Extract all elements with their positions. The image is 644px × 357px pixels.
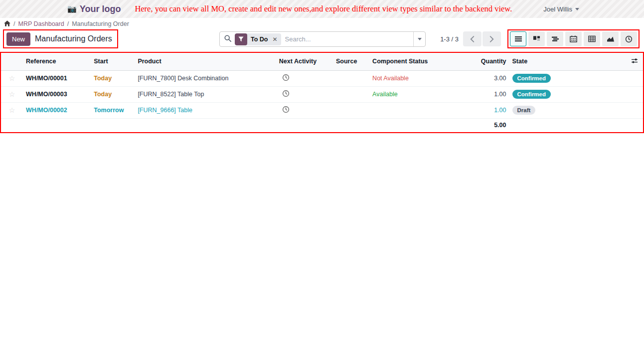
status-badge: Draft [512,106,536,115]
chevron-down-icon [418,38,422,40]
camera-icon: 📷 [67,4,77,13]
search-input[interactable] [285,35,413,43]
logo-text: Your logo [80,4,121,14]
mo-product[interactable]: [FURN_7800] Desk Combination [138,75,228,82]
control-panel: New Manufacturing Orders To Do ✕ 1-3 / 3 [0,29,644,50]
table-row[interactable]: ☆ WH/MO/00001 Today [FURN_7800] Desk Com… [1,70,643,86]
mo-start-date[interactable]: Today [94,91,112,98]
favorite-star-icon[interactable]: ☆ [9,90,15,98]
chevron-down-icon [575,8,579,10]
status-badge: Confirmed [512,90,551,99]
breadcrumb: / MRP Dashboard / Manufacturing Order [0,18,644,29]
home-icon[interactable] [4,20,10,27]
select-column-header[interactable] [1,53,23,70]
table-total-row: 5.00 [1,118,643,132]
control-right-group: 1-3 / 3 [440,29,640,48]
table-row[interactable]: ☆ WH/MO/00003 Today [FURN_8522] Table To… [1,86,643,102]
view-switch-activity[interactable] [621,31,637,46]
annotation-text: Here, you can view all MO, create and ed… [135,4,512,14]
clock-icon[interactable] [282,92,290,99]
view-switch-list[interactable] [510,31,526,46]
user-menu[interactable]: Joel Willis [543,5,579,13]
mo-quantity[interactable]: 1.00 [494,107,506,114]
table-row[interactable]: ☆ WH/MO/00002 Tomorrow [FURN_9666] Table… [1,102,643,118]
favorite-star-icon[interactable]: ☆ [9,106,15,114]
pager: 1-3 / 3 [440,31,501,46]
mo-start-date[interactable]: Tomorrow [94,107,124,114]
optional-columns-button[interactable] [626,53,643,70]
search-dropdown-toggle[interactable] [413,32,425,46]
mo-product[interactable]: [FURN_8522] Table Top [138,91,204,98]
breadcrumb-separator: / [67,20,69,27]
favorite-star-icon[interactable]: ☆ [9,74,15,82]
breadcrumb-separator: / [13,20,15,27]
view-switch-pivot[interactable] [584,31,600,46]
mo-reference[interactable]: WH/MO/00002 [26,107,67,114]
header-component-status[interactable]: Component Status [369,53,464,70]
page-title: Manufacturing Orders [35,34,112,43]
clock-icon[interactable] [282,108,290,115]
header-product[interactable]: Product [135,53,276,70]
table-annotation-box: Reference Start Product Next Activity So… [0,52,644,133]
search-bar[interactable]: To Do ✕ [219,31,426,47]
header-reference[interactable]: Reference [23,53,91,70]
breadcrumb-current: Manufacturing Order [72,20,129,27]
user-name: Joel Willis [543,5,572,13]
view-switcher-annotation-box [507,29,640,48]
header-next-activity[interactable]: Next Activity [276,53,333,70]
header-source[interactable]: Source [333,53,369,70]
view-switch-calendar[interactable] [565,31,582,46]
facet-label: To Do [247,33,271,45]
mo-quantity[interactable]: 3.00 [494,75,506,82]
mo-quantity[interactable]: 1.00 [494,91,506,98]
mo-start-date[interactable]: Today [94,75,112,82]
pager-range: 1-3 / 3 [440,35,459,43]
header-state[interactable]: State [509,53,626,70]
mo-reference[interactable]: WH/MO/00001 [26,75,67,82]
total-quantity: 5.00 [494,122,506,129]
facet-close-icon[interactable]: ✕ [271,33,281,45]
table-header-row: Reference Start Product Next Activity So… [1,53,643,70]
view-switch-gantt[interactable] [547,31,563,46]
breadcrumb-link-mrp-dashboard[interactable]: MRP Dashboard [18,20,64,27]
header-start[interactable]: Start [91,53,135,70]
pager-next-button[interactable] [483,31,501,46]
view-switch-kanban[interactable] [528,31,545,46]
search-facet-todo[interactable]: To Do ✕ [235,33,281,45]
mo-reference[interactable]: WH/MO/00003 [26,91,67,98]
view-switch-graph[interactable] [602,31,619,46]
pager-previous-button[interactable] [463,31,482,46]
search-icon [224,35,231,44]
status-badge: Confirmed [512,74,551,83]
component-status: Available [372,91,398,98]
manufacturing-orders-table: Reference Start Product Next Activity So… [1,53,643,132]
filter-funnel-icon [235,33,247,45]
top-header-bar: 📷 Your logo Here, you can view all MO, c… [0,0,644,18]
next-activity-cell[interactable] [276,86,333,102]
next-activity-cell[interactable] [276,102,333,118]
header-quantity[interactable]: Quantity [464,53,509,70]
title-annotation-box: New Manufacturing Orders [3,29,118,48]
next-activity-cell[interactable] [276,70,333,86]
new-button[interactable]: New [6,32,30,46]
component-status: Not Available [372,75,409,82]
clock-icon[interactable] [282,76,290,83]
mo-product[interactable]: [FURN_9666] Table [138,107,192,114]
site-logo[interactable]: 📷 Your logo [67,4,121,14]
